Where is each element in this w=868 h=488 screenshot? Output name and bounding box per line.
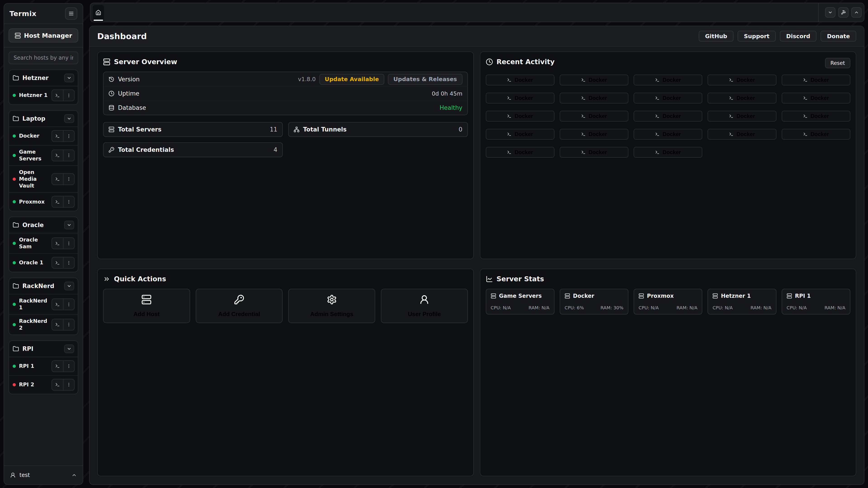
host-more-button[interactable] [63,150,74,161]
group-collapse-button[interactable] [64,74,74,82]
activity-item-button[interactable]: Docker [633,147,702,158]
host-more-button[interactable] [63,257,74,268]
chevron-up-icon [854,10,859,15]
host-manager-button[interactable]: Host Manager [8,29,78,42]
quick-action-add-host[interactable]: Add Host [103,289,190,323]
host-more-button[interactable] [63,379,74,390]
activity-item-button[interactable]: Docker [560,111,628,122]
host-name: RPI 1 [19,363,49,369]
group-collapse-button[interactable] [64,114,74,123]
group-collapse-button[interactable] [64,345,74,353]
activity-item-button[interactable]: Docker [560,93,628,103]
open-terminal-button[interactable] [52,257,63,268]
reset-button[interactable]: Reset [825,58,850,68]
updates-releases-button[interactable]: Updates & Releases [388,74,462,85]
open-terminal-button[interactable] [52,299,63,310]
collapse-up-button[interactable] [851,7,862,18]
terminal-icon [55,134,60,138]
activity-item-button[interactable]: Docker [708,74,776,86]
host-row[interactable]: Oracle Sam [9,233,78,253]
open-terminal-button[interactable] [52,361,63,372]
donate-button[interactable]: Donate [820,31,856,41]
activity-item-button[interactable]: Docker [708,129,776,140]
terminal-icon [729,114,734,119]
open-terminal-button[interactable] [52,174,63,185]
activity-item-button[interactable]: Docker [782,74,850,86]
open-terminal-button[interactable] [52,238,63,249]
menu-icon [68,11,74,17]
host-more-button[interactable] [63,174,74,185]
activity-item-button[interactable]: Docker [782,111,850,122]
search-input[interactable] [8,52,78,64]
group-collapse-button[interactable] [64,221,74,229]
terminal-icon [581,132,586,136]
host-row[interactable]: Game Servers [9,145,78,165]
activity-item-button[interactable]: Docker [633,93,702,103]
host-more-button[interactable] [63,361,74,372]
discord-button[interactable]: Discord [780,31,816,41]
group-collapse-button[interactable] [64,282,74,290]
activity-item-button[interactable]: Docker [486,147,555,158]
open-terminal-button[interactable] [52,196,63,207]
open-terminal-button[interactable] [52,319,63,330]
activity-item-button[interactable]: Docker [633,74,702,86]
activity-label: Docker [515,77,533,83]
activity-item-button[interactable]: Docker [633,129,702,140]
host-more-button[interactable] [63,196,74,207]
admin-tools-button[interactable] [838,7,848,18]
host-row[interactable]: RPI 1 [9,357,78,375]
host-actions [52,130,74,142]
activity-label: Docker [737,113,755,119]
github-button[interactable]: GitHub [699,31,734,41]
activity-item-button[interactable]: Docker [782,129,850,140]
host-row[interactable]: Hetzner 1 [9,86,78,104]
host-row[interactable]: Oracle 1 [9,253,78,272]
host-row[interactable]: Open Media Vault [9,165,78,193]
activity-item-button[interactable]: Docker [486,74,555,86]
host-more-button[interactable] [63,131,74,141]
host-name: Oracle Sam [19,236,49,250]
activity-label: Docker [737,131,755,137]
menu-button[interactable] [65,7,77,20]
activity-item-button[interactable]: Docker [486,93,555,103]
user-menu[interactable]: test [4,465,83,484]
host-row[interactable]: RPI 2 [9,375,78,394]
server-overview-card: Version v1.8.0 Update Available Updates … [103,72,468,115]
host-more-button[interactable] [63,90,74,101]
host-row[interactable]: RackNerd 1 [9,294,78,314]
activity-label: Docker [737,95,755,101]
collapse-down-button[interactable] [825,7,835,18]
activity-item-button[interactable]: Docker [782,93,850,103]
activity-item-button[interactable]: Docker [633,111,702,122]
update-available-button[interactable]: Update Available [319,74,384,85]
open-terminal-button[interactable] [52,90,63,101]
activity-item-button[interactable]: Docker [708,111,776,122]
activity-item-button[interactable]: Docker [560,147,628,158]
host-more-button[interactable] [63,319,74,330]
quick-action-add-credential[interactable]: Add Credential [196,289,283,323]
open-terminal-button[interactable] [52,379,63,390]
open-terminal-button[interactable] [52,150,63,161]
host-status-dot [13,323,16,326]
host-row[interactable]: Proxmox [9,192,78,211]
stat-card: DockerCPU: 6%RAM: 30% [560,289,628,315]
host-row[interactable]: RackNerd 2 [9,314,78,335]
tab-home[interactable] [93,5,104,22]
host-row[interactable]: Docker [9,127,78,145]
host-more-button[interactable] [63,238,74,249]
open-terminal-button[interactable] [52,131,63,141]
server-icon [103,58,110,66]
support-button[interactable]: Support [738,31,776,41]
activity-item-button[interactable]: Docker [560,129,628,140]
activity-item-button[interactable]: Docker [560,74,628,86]
activity-item-button[interactable]: Docker [486,129,555,140]
quick-action-admin-settings[interactable]: Admin Settings [288,289,375,323]
activity-item-button[interactable]: Docker [486,111,555,122]
quick-action-user-profile[interactable]: User Profile [381,289,468,323]
server-icon [491,293,496,299]
host-more-button[interactable] [63,299,74,310]
stat-cpu: CPU: 6% [565,305,584,311]
activity-item-button[interactable]: Docker [708,93,776,103]
host-name: Game Servers [19,149,49,162]
stat-server-name: Hetzner 1 [721,293,751,299]
